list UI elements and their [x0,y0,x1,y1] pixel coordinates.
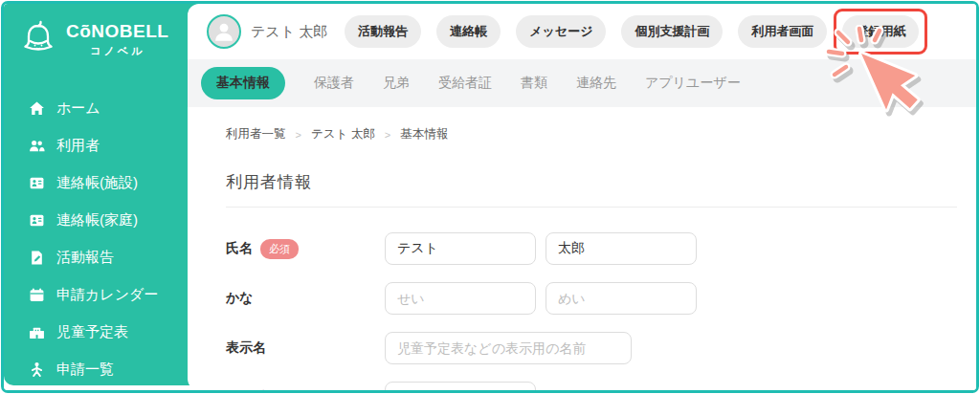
sidebar-item-label: 連絡帳(家庭) [56,211,138,230]
sidebar-item-child-schedule[interactable]: 児童予定表 [4,314,199,351]
sidebar-item-contact-book-home[interactable]: 連絡帳(家庭) [4,202,199,239]
screenshot-frame: CõNOBELL コノベル ホーム [1,1,979,393]
breadcrumb-current: 基本情報 [400,126,448,142]
tab-contacts[interactable]: 連絡先 [576,75,616,92]
app: CõNOBELL コノベル ホーム [4,4,976,390]
page-title: 利用者情報 [226,171,957,193]
form-row-display-name: 表示名 [226,332,957,364]
activity-report-button[interactable]: 活動報告 [345,15,421,48]
breadcrumb-separator: > [296,129,301,141]
sidebar-item-contact-book-facility[interactable]: 連絡帳(施設) [4,164,199,202]
message-button[interactable]: メッセージ [516,15,606,48]
calendar-icon [29,287,45,303]
sidebar-item-users[interactable]: 利用者 [4,127,199,164]
tab-guardian[interactable]: 保護者 [314,75,354,92]
sidebar-item-label: 児童予定表 [56,323,128,341]
breadcrumb-separator: > [385,129,390,141]
sidebar-item-application-list[interactable]: 申請一覧 [4,351,199,385]
breadcrumb-user[interactable]: テスト 太郎 [311,126,375,142]
user-screen-button[interactable]: 利用者画面 [738,15,827,48]
tab-documents[interactable]: 書類 [521,75,547,92]
sidebar-item-label: ホーム [56,99,100,118]
main-panel: テスト 太郎 活動報告 連絡帳 メッセージ 個別支援計画 利用者画面 登録用紙 … [188,4,976,390]
sidebar-item-label: 連絡帳(施設) [56,174,138,192]
kana-label: かな [226,290,385,307]
content-area: 利用者一覧 > テスト 太郎 > 基本情報 利用者情報 氏名 必須 [188,126,976,393]
sidebar-item-application-calendar[interactable]: 申請カレンダー [4,276,199,314]
first-name-input[interactable] [546,232,697,265]
tab-beneficiary-certificate[interactable]: 受給者証 [438,75,492,92]
report-icon [29,250,45,266]
phone-label: 電話番号 [226,389,385,393]
detail-tab-bar: 基本情報 保護者 兄弟 受給者証 書類 連絡先 アプリユーザー [188,59,976,107]
sidebar-item-home[interactable]: ホーム [4,90,199,127]
form-row-name: 氏名 必須 [226,232,957,265]
user-action-bar: テスト 太郎 活動報告 連絡帳 メッセージ 個別支援計画 利用者画面 登録用紙 [188,4,976,59]
required-badge: 必須 [260,239,299,259]
tab-basic-info[interactable]: 基本情報 [201,67,285,99]
form-row-phone-clipped: 電話番号 [226,382,957,393]
kana-last-input[interactable] [385,282,536,315]
app-logo: CõNOBELL コノベル [4,4,199,61]
users-icon [29,138,45,154]
bell-mascot-icon [17,19,59,61]
brand-subtitle: コノベル [90,44,145,58]
divider [226,207,957,208]
user-name: テスト 太郎 [251,23,327,41]
user-info-form: 氏名 必須 かな [226,232,957,393]
sidebar-item-label: 申請一覧 [56,361,114,379]
individual-support-plan-button[interactable]: 個別支援計画 [621,15,723,48]
sidebar-item-label: 活動報告 [56,249,114,267]
sidebar: CõNOBELL コノベル ホーム [4,4,199,385]
sidebar-item-label: 申請カレンダー [56,286,158,304]
registration-form-button[interactable]: 登録用紙 [842,15,919,48]
contact-book-icon [29,212,45,229]
sidebar-item-label: 利用者 [56,137,100,155]
tab-app-user[interactable]: アプリユーザー [645,75,741,92]
person-icon [29,361,45,378]
sidebar-nav: ホーム 利用者 [4,90,199,385]
name-label: 氏名 必須 [226,239,385,259]
person-silhouette-icon [212,19,236,44]
avatar [207,14,241,49]
contact-book-button[interactable]: 連絡帳 [436,15,501,48]
brand-name: CõNOBELL [66,22,168,42]
breadcrumb: 利用者一覧 > テスト 太郎 > 基本情報 [226,126,957,142]
last-name-input[interactable] [385,232,536,265]
building-icon [29,324,45,340]
phone-input[interactable] [385,382,536,393]
display-name-input[interactable] [385,332,632,364]
sidebar-item-activity-report[interactable]: 活動報告 [4,239,199,276]
user-action-buttons: 活動報告 連絡帳 メッセージ 個別支援計画 利用者画面 登録用紙 [345,15,919,48]
form-row-kana: かな [226,282,957,315]
contact-book-icon [29,175,45,191]
tab-siblings[interactable]: 兄弟 [383,75,410,92]
display-name-label: 表示名 [226,339,385,357]
home-icon [29,100,45,117]
kana-first-input[interactable] [546,282,697,315]
breadcrumb-user-list[interactable]: 利用者一覧 [226,126,286,142]
